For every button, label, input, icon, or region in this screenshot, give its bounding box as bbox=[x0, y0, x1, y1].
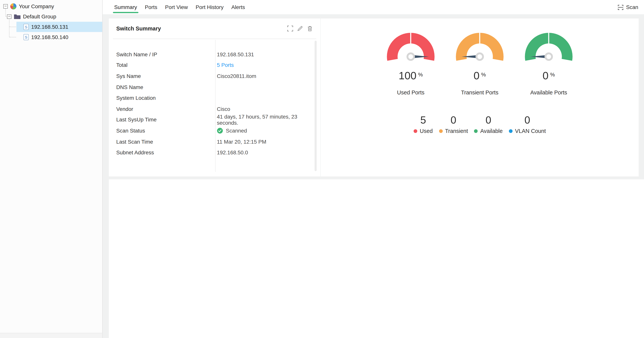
summary-row-value: 192.168.50.131 bbox=[217, 51, 320, 57]
card-vertical-scrollbar[interactable] bbox=[314, 41, 317, 171]
summary-row-label: DNS Name bbox=[116, 84, 217, 90]
legend-count: 0 bbox=[509, 114, 546, 126]
legend-item-vlan-count: 0 VLAN Count bbox=[509, 114, 546, 134]
legend-label: Used bbox=[420, 128, 433, 134]
tree-item-default-group[interactable]: Default Group bbox=[0, 11, 102, 22]
legend-dot-transient bbox=[439, 129, 442, 133]
svg-text:S: S bbox=[25, 35, 28, 39]
card-title: Switch Summary bbox=[116, 25, 161, 31]
company-icon bbox=[10, 3, 16, 9]
expand-icon[interactable] bbox=[287, 25, 293, 31]
summary-row-value: Cisco20811.itom bbox=[217, 73, 320, 79]
tree-item-label: Your Company bbox=[19, 3, 54, 9]
gauge-label: Used Ports bbox=[380, 89, 442, 96]
summary-row-value: 41 days, 17 hours, 57 minutes, 23 second… bbox=[217, 114, 320, 126]
legend-item-transient: 0 Transient bbox=[439, 114, 468, 134]
scan-status-text: Scanned bbox=[226, 128, 247, 134]
gauge-hub bbox=[408, 53, 414, 60]
summary-row: Switch Name / IP 192.168.50.131 bbox=[109, 49, 320, 60]
switch-summary-card: Switch Summary bbox=[109, 18, 320, 176]
sidebar: Your Company Default Group S 192.168.50.… bbox=[0, 0, 103, 338]
tab-alerts[interactable]: Alerts bbox=[231, 0, 245, 14]
legend-item-used: 5 Used bbox=[414, 114, 433, 134]
tree-item-device-140[interactable]: S 192.168.50.140 bbox=[16, 32, 102, 42]
gauge-label: Transient Ports bbox=[449, 89, 510, 96]
delete-icon[interactable] bbox=[307, 25, 313, 31]
summary-row-value: 192.168.50.0 bbox=[217, 149, 320, 155]
bottom-panel bbox=[109, 179, 644, 338]
gauge-value: 100% bbox=[380, 69, 442, 84]
summary-row-label: Scan Status bbox=[116, 128, 217, 134]
summary-row-label: Switch Name / IP bbox=[116, 51, 217, 57]
summary-row-value: 11 Mar 20, 12:15 PM bbox=[217, 138, 320, 145]
sidebar-horizontal-scrollbar[interactable] bbox=[0, 333, 102, 338]
gauge-used-ports: 100% Used Ports bbox=[380, 32, 442, 96]
gauge-chart bbox=[451, 32, 508, 62]
legend-dot-used bbox=[414, 129, 417, 133]
gauge-value: 0% bbox=[449, 69, 510, 84]
legend-count: 0 bbox=[474, 114, 503, 126]
tree-collapse-toggle-group[interactable] bbox=[7, 14, 12, 19]
scanned-check-icon bbox=[217, 128, 223, 134]
summary-row-label: Subnet Address bbox=[116, 149, 217, 155]
tab-ports[interactable]: Ports bbox=[145, 0, 157, 14]
legend-count: 5 bbox=[414, 114, 433, 126]
app-root: Your Company Default Group S 192.168.50.… bbox=[0, 0, 644, 338]
legend-label: VLAN Count bbox=[515, 128, 546, 134]
gauge-label: Available Ports bbox=[518, 89, 580, 96]
ports-gauge-panel: 100% Used Ports 0% Transient Ports bbox=[321, 18, 639, 176]
ports-legend: 5 Used 0 Transient 0 bbox=[321, 114, 639, 134]
scan-status-value: Scanned bbox=[217, 128, 320, 134]
summary-row-label: System Location bbox=[116, 95, 217, 101]
card-header: Switch Summary bbox=[113, 18, 316, 39]
tree-item-label: 192.168.50.140 bbox=[31, 34, 68, 40]
tree-item-label: 192.168.50.131 bbox=[31, 24, 68, 30]
summary-row: Vendor Cisco bbox=[109, 103, 320, 114]
tree-connector bbox=[5, 8, 6, 16]
switch-icon: S bbox=[24, 34, 29, 40]
gauge-value: 0% bbox=[518, 69, 580, 84]
switch-icon: S bbox=[24, 24, 29, 30]
edit-icon[interactable] bbox=[297, 25, 303, 31]
legend-dot-vlan bbox=[509, 129, 512, 133]
legend-count: 0 bbox=[439, 114, 468, 126]
summary-row: Last Scan Time 11 Mar 20, 12:15 PM bbox=[109, 136, 320, 147]
tree-connector bbox=[10, 37, 16, 37]
tree-item-company[interactable]: Your Company bbox=[0, 1, 102, 11]
scan-icon bbox=[618, 4, 624, 10]
summary-row: Last SysUp Time 41 days, 17 hours, 57 mi… bbox=[109, 114, 320, 125]
folder-icon bbox=[14, 14, 20, 19]
scan-button[interactable]: Scan bbox=[618, 4, 638, 10]
summary-row: DNS Name bbox=[109, 82, 320, 92]
svg-text:S: S bbox=[25, 25, 28, 29]
gauges-row: 100% Used Ports 0% Transient Ports bbox=[321, 18, 639, 96]
topbar: Summary Ports Port View Port History Ale… bbox=[103, 0, 644, 15]
gauge-hub bbox=[476, 53, 483, 60]
main-content: Switch Summary bbox=[103, 15, 644, 338]
tab-port-view[interactable]: Port View bbox=[165, 0, 188, 14]
summary-row-value: Cisco bbox=[217, 106, 320, 112]
legend-item-available: 0 Available bbox=[474, 114, 503, 134]
tree-connector bbox=[10, 27, 16, 27]
tree-item-device-131[interactable]: S 192.168.50.131 bbox=[16, 22, 102, 32]
card-actions bbox=[287, 25, 313, 31]
scan-button-label: Scan bbox=[626, 4, 638, 10]
gauge-transient-ports: 0% Transient Ports bbox=[449, 32, 510, 96]
tree-item-label: Default Group bbox=[23, 13, 56, 20]
summary-row: Scan Status Scanned bbox=[109, 125, 320, 136]
summary-row-label: Total bbox=[116, 62, 217, 68]
gauge-available-ports: 0% Available Ports bbox=[518, 32, 580, 96]
tree-connector bbox=[6, 16, 7, 17]
tab-port-history[interactable]: Port History bbox=[196, 0, 224, 14]
summary-row-label: Last SysUp Time bbox=[116, 117, 217, 123]
tree-collapse-toggle-company[interactable] bbox=[3, 4, 8, 8]
tab-bar: Summary Ports Port View Port History Ale… bbox=[103, 0, 245, 14]
summary-row-label: Vendor bbox=[116, 106, 217, 112]
scale-wrap: Your Company Default Group S 192.168.50.… bbox=[0, 0, 644, 338]
legend-label: Transient bbox=[445, 128, 468, 134]
summary-row: Total 5 Ports bbox=[109, 60, 320, 71]
total-ports-link[interactable]: 5 Ports bbox=[217, 62, 320, 68]
summary-row: Subnet Address 192.168.50.0 bbox=[109, 147, 320, 158]
tab-summary[interactable]: Summary bbox=[114, 0, 137, 14]
legend-dot-available bbox=[474, 129, 478, 133]
